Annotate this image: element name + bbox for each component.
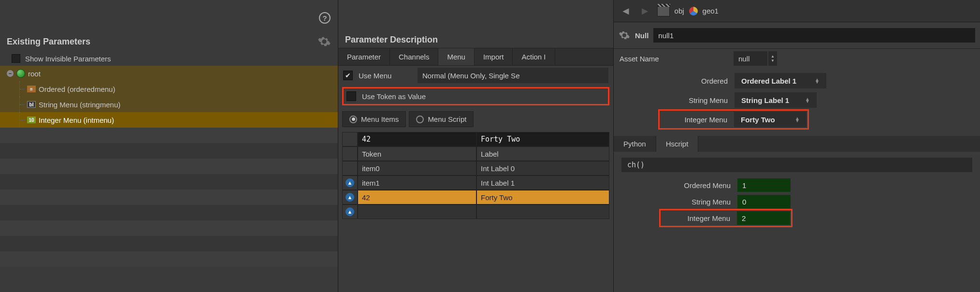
ordered-icon: ≡ xyxy=(27,86,36,92)
ordered-label: Ordered xyxy=(614,77,735,85)
ordered-value: Ordered Label 1 xyxy=(741,77,796,85)
show-invisible-label: Show Invisible Parameters xyxy=(25,55,111,63)
radio-menu-script[interactable]: Menu Script xyxy=(409,111,474,127)
menu-item-label: Int Label 1 xyxy=(476,175,609,190)
param-desc-tabs: Parameter Channels Menu Import Action I xyxy=(338,48,613,66)
geo-icon[interactable] xyxy=(689,7,698,15)
use-menu-label: Use Menu xyxy=(359,72,412,80)
menu-item-token: item1 xyxy=(358,175,476,190)
string-icon: bI xyxy=(27,101,36,108)
integer-output-highlight: Integer Menu 2 xyxy=(659,209,793,227)
out-ordered-label: Ordered Menu xyxy=(621,181,737,190)
help-icon[interactable]: ? xyxy=(319,12,331,24)
asset-name-value[interactable]: null xyxy=(734,51,767,66)
menu-item-row-selected[interactable]: ▲ 42 Forty Two xyxy=(342,190,609,204)
col-label: Label xyxy=(476,146,609,161)
show-invisible-checkbox[interactable] xyxy=(12,54,20,63)
tab-menu[interactable]: Menu xyxy=(438,48,475,65)
chevron-updown-icon: ▲▼ xyxy=(795,117,800,122)
out-string-value: 0 xyxy=(737,195,791,208)
string-menu-label: String Menu xyxy=(614,96,735,104)
menu-item-label: Forty Two xyxy=(476,190,609,204)
integer-menu[interactable]: Forty Two ▲▼ xyxy=(734,112,807,127)
radio-menu-script-label: Menu Script xyxy=(428,115,466,123)
parameter-tree: − root ≡ Ordered (orderedmenu) bI String… xyxy=(0,66,338,267)
obj-icon[interactable] xyxy=(657,6,670,16)
asset-name-label: Asset Name xyxy=(614,55,677,63)
radio-off-icon xyxy=(416,116,424,123)
menu-items-table: 42 Forty Two Token Label item0 Int Label… xyxy=(342,132,609,219)
menu-item-label: Int Label 0 xyxy=(476,161,609,175)
ch-expression[interactable]: ch() xyxy=(621,158,972,172)
spinner-icon[interactable]: ▲▼ xyxy=(768,51,777,66)
tree-item-ordered[interactable]: ≡ Ordered (orderedmenu) xyxy=(0,81,338,97)
node-type: Null xyxy=(635,31,649,40)
existing-parameters-panel: ? Existing Parameters Show Invisible Par… xyxy=(0,0,338,292)
tree-item-label: Ordered (orderedmenu) xyxy=(39,85,115,93)
tab-parameter[interactable]: Parameter xyxy=(338,48,390,65)
node-parameters-panel: ◄ ► obj geo1 Null null1 Asset Name null … xyxy=(614,0,980,292)
integer-menu-label: Integer Menu xyxy=(661,116,734,124)
radio-menu-items[interactable]: Menu Items xyxy=(342,111,406,127)
path-geo[interactable]: geo1 xyxy=(703,7,719,15)
out-string-label: String Menu xyxy=(621,198,737,206)
collapse-icon[interactable]: − xyxy=(7,70,14,77)
use-token-highlight: Use Token as Value xyxy=(342,87,609,105)
radio-on-icon xyxy=(349,116,357,123)
use-menu-checkbox[interactable] xyxy=(343,71,353,80)
radio-menu-items-label: Menu Items xyxy=(361,115,399,123)
menu-item-row[interactable]: item0 Int Label 0 xyxy=(342,161,609,175)
menu-item-token: 42 xyxy=(358,190,476,204)
tree-item-intmenu[interactable]: 10 Integer Menu (intmenu) xyxy=(0,112,338,128)
path-obj[interactable]: obj xyxy=(675,7,684,15)
integer-menu-highlight: Integer Menu Forty Two ▲▼ xyxy=(658,109,809,130)
nav-forward-icon[interactable]: ► xyxy=(638,5,652,17)
null-gear-icon xyxy=(619,29,630,41)
nav-back-icon[interactable]: ◄ xyxy=(619,5,633,17)
out-integer-value: 2 xyxy=(737,211,790,225)
menu-mode-dropdown[interactable]: Normal (Menu Only, Single Se xyxy=(418,68,608,83)
node-name-input[interactable]: null1 xyxy=(653,28,975,43)
up-arrow-icon[interactable]: ▲ xyxy=(346,178,354,187)
string-menu[interactable]: String Label 1 ▲▼ xyxy=(735,92,817,108)
menu-item-row[interactable]: ▲ item1 Int Label 1 xyxy=(342,175,609,190)
tree-item-label: String Menu (stringmenu) xyxy=(39,101,120,109)
path-bar: ◄ ► obj geo1 xyxy=(614,0,980,22)
integer-icon: 10 xyxy=(27,117,36,123)
tab-hscript[interactable]: Hscript xyxy=(656,136,699,152)
token-input[interactable]: 42 xyxy=(358,132,476,146)
tab-python[interactable]: Python xyxy=(614,136,656,152)
tree-item-label: Integer Menu (intmenu) xyxy=(39,116,114,124)
globe-icon xyxy=(16,69,25,78)
use-token-label: Use Token as Value xyxy=(362,92,426,101)
existing-parameters-title: Existing Parameters xyxy=(7,37,90,47)
tab-import[interactable]: Import xyxy=(475,48,513,65)
tree-root-label: root xyxy=(28,70,41,78)
col-token: Token xyxy=(358,146,476,161)
use-token-checkbox[interactable] xyxy=(346,91,356,101)
chevron-updown-icon: ▲▼ xyxy=(805,98,810,102)
menu-item-row-empty[interactable]: ▲ xyxy=(342,204,609,219)
chevron-updown-icon: ▲▼ xyxy=(815,78,820,83)
tab-action[interactable]: Action I xyxy=(513,48,555,65)
out-integer-label: Integer Menu xyxy=(662,214,737,222)
up-arrow-icon[interactable]: ▲ xyxy=(346,193,354,202)
out-ordered-value: 1 xyxy=(737,178,791,192)
ordered-menu[interactable]: Ordered Label 1 ▲▼ xyxy=(735,73,826,88)
up-arrow-icon[interactable]: ▲ xyxy=(346,207,354,216)
menu-item-token: item0 xyxy=(358,161,476,175)
parameter-description-title: Parameter Description xyxy=(338,30,613,48)
parameter-description-panel: Parameter Description Parameter Channels… xyxy=(338,0,614,292)
string-menu-value: String Label 1 xyxy=(741,96,789,104)
gear-icon[interactable] xyxy=(317,35,331,48)
tree-item-stringmenu[interactable]: bI String Menu (stringmenu) xyxy=(0,97,338,112)
tree-root[interactable]: − root xyxy=(0,66,338,81)
label-input[interactable]: Forty Two xyxy=(476,132,609,146)
script-tabs: Python Hscript xyxy=(614,136,980,152)
integer-menu-value: Forty Two xyxy=(741,116,775,124)
tab-channels[interactable]: Channels xyxy=(390,48,438,65)
